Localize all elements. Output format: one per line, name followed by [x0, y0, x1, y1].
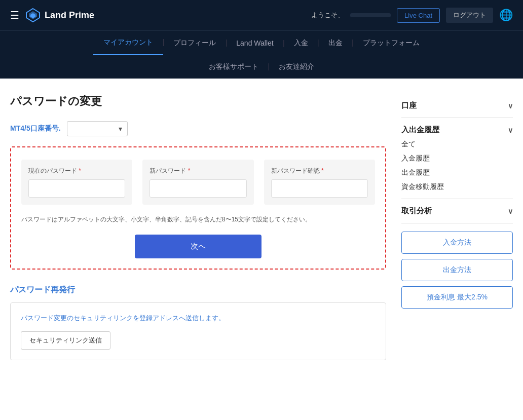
withdrawal-method-button[interactable]: 出金方法 [401, 259, 513, 281]
nav-row-1: マイアカウント プロフィール Land Wallet 入金 出金 プラットフォー… [10, 31, 513, 55]
chevron-down-icon: ▾ [119, 125, 122, 133]
form-fields: 現在のパスワード * 新パスワード * 新パスワード確認 * [21, 160, 375, 205]
main-content: パスワードの変更 MT4/5口座番号. ▾ 現在のパスワード * [0, 79, 523, 375]
language-button[interactable]: 🌐 [499, 9, 513, 22]
account-dropdown[interactable]: ▾ [67, 121, 128, 136]
sidebar-account-label: 口座 [401, 101, 417, 110]
logo-text: Land Prime [45, 10, 94, 21]
required-mark-2: * [188, 167, 191, 174]
required-mark: * [79, 167, 81, 174]
confirm-password-input[interactable] [271, 179, 368, 198]
confirm-password-field: 新パスワード確認 * [264, 160, 375, 205]
reissue-text: パスワード変更のセキュリティリンクを登録アドレスへ送信します。 [21, 313, 376, 323]
sidebar-section-account: 口座 ∨ [401, 94, 513, 118]
sidebar-transaction-label: 入出金履歴 [401, 125, 439, 135]
sidebar-item-transfer-history[interactable]: 資金移動履歴 [401, 177, 513, 192]
navigation: マイアカウント プロフィール Land Wallet 入金 出金 プラットフォー… [0, 30, 523, 79]
sidebar-item-withdrawal-history[interactable]: 出金履歴 [401, 163, 513, 177]
next-button[interactable]: 次へ [135, 235, 262, 258]
chevron-down-icon: ∨ [508, 102, 513, 110]
nav-item-land-wallet[interactable]: Land Wallet [226, 32, 283, 54]
nav-item-support[interactable]: お客様サポート [199, 55, 269, 79]
required-mark-3: * [321, 167, 324, 174]
current-password-field: 現在のパスワード * [21, 160, 132, 205]
new-password-input[interactable] [150, 179, 246, 198]
deposit-method-button[interactable]: 入金方法 [401, 232, 513, 254]
sidebar-item-all[interactable]: 全て [401, 135, 513, 149]
security-link-button[interactable]: セキュリティリンク送信 [21, 331, 110, 350]
nav-item-withdrawal[interactable]: 出金 [318, 31, 353, 55]
header: ☰ Land Prime ようこそ、 Live Chat ログアウト 🌐 [0, 0, 523, 30]
password-hint: パスワードはアルファベットの大文字、小文字、半角数字、記号を含んだ8〜15文字で… [21, 215, 375, 224]
content-area: パスワードの変更 MT4/5口座番号. ▾ 現在のパスワード * [10, 94, 386, 360]
reissue-box: パスワード変更のセキュリティリンクを登録アドレスへ送信します。 セキュリティリン… [10, 302, 386, 360]
sidebar-section-transaction-history: 入出金履歴 ∨ 全て 入金履歴 出金履歴 資金移動履歴 [401, 118, 513, 199]
password-form-area: 現在のパスワード * 新パスワード * 新パスワード確認 * [10, 146, 386, 270]
account-label: MT4/5口座番号. [10, 124, 61, 133]
account-selector: MT4/5口座番号. ▾ [10, 121, 386, 136]
nav-item-deposit[interactable]: 入金 [284, 31, 318, 55]
nav-item-platform[interactable]: プラットフォーム [353, 31, 430, 55]
nav-item-my-account[interactable]: マイアカウント [93, 31, 163, 55]
sidebar-buttons: 入金方法 出金方法 預金利息 最大2.5% [401, 232, 513, 309]
chevron-down-icon-3: ∨ [508, 207, 513, 215]
username-display [350, 13, 391, 17]
welcome-label: ようこそ、 [311, 11, 344, 20]
sidebar-account-header[interactable]: 口座 ∨ [401, 101, 513, 110]
header-right: ようこそ、 Live Chat ログアウト 🌐 [311, 8, 513, 23]
logo-icon [25, 8, 41, 23]
reissue-section: パスワード再発行 パスワード変更のセキュリティリンクを登録アドレスへ送信します。… [10, 285, 386, 360]
nav-row-2: お客様サポート お友達紹介 [10, 55, 513, 79]
nav-item-profile[interactable]: プロフィール [163, 31, 226, 55]
chevron-down-icon-2: ∨ [508, 126, 513, 134]
reissue-title: パスワード再発行 [10, 285, 386, 295]
confirm-password-label: 新パスワード確認 * [271, 167, 368, 175]
new-password-field: 新パスワード * [142, 160, 253, 205]
hamburger-icon[interactable]: ☰ [10, 9, 19, 21]
page-title: パスワードの変更 [10, 94, 386, 109]
sidebar-item-deposit-history[interactable]: 入金履歴 [401, 149, 513, 163]
sidebar: 口座 ∨ 入出金履歴 ∨ 全て 入金履歴 出金履歴 資金移動履歴 取引分析 ∨ … [401, 94, 513, 360]
current-password-label: 現在のパスワード * [28, 167, 125, 175]
header-left: ☰ Land Prime [10, 8, 94, 23]
sidebar-trading-header[interactable]: 取引分析 ∨ [401, 206, 513, 216]
logout-button[interactable]: ログアウト [446, 8, 493, 23]
logo: Land Prime [25, 8, 94, 23]
nav-item-referral[interactable]: お友達紹介 [269, 55, 324, 79]
current-password-input[interactable] [28, 179, 125, 198]
savings-interest-button[interactable]: 預金利息 最大2.5% [401, 286, 513, 309]
sidebar-trading-label: 取引分析 [401, 206, 432, 216]
live-chat-button[interactable]: Live Chat [397, 8, 440, 23]
sidebar-transaction-header[interactable]: 入出金履歴 ∨ [401, 125, 513, 135]
new-password-label: 新パスワード * [150, 167, 246, 175]
sidebar-section-trading-analysis: 取引分析 ∨ [401, 199, 513, 223]
